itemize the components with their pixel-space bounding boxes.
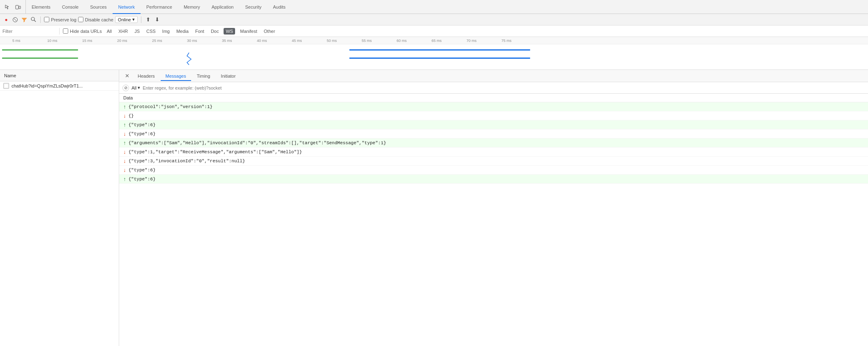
message-type-value: All — [132, 85, 136, 90]
tick-40ms: 40 ms — [257, 39, 267, 43]
tab-audits[interactable]: Audits — [267, 0, 291, 14]
message-row-8[interactable]: ↑ {"type":6} — [119, 175, 868, 184]
messages-filter-bar: ⊘ All ▾ — [119, 82, 868, 94]
message-row-6[interactable]: ↓ {"type":3,"invocationId":"0","result":… — [119, 157, 868, 166]
tab-performance[interactable]: Performance — [141, 0, 178, 14]
message-row-1[interactable]: ↓ {} — [119, 111, 868, 120]
timeline-chart[interactable] — [0, 44, 868, 69]
arrow-down-icon-7: ↓ — [123, 167, 126, 173]
tab-initiator[interactable]: Initiator — [216, 72, 240, 81]
tick-30ms: 30 ms — [187, 39, 197, 43]
filter-input[interactable] — [2, 29, 56, 34]
arrow-down-icon-1: ↓ — [123, 113, 126, 119]
arrow-down-icon-6: ↓ — [123, 158, 126, 164]
close-detail-button[interactable]: ✕ — [122, 72, 132, 80]
main-tabs: Elements Console Sources Network Perform… — [26, 0, 291, 14]
tab-security[interactable]: Security — [239, 0, 267, 14]
message-text-1: {} — [129, 113, 134, 118]
message-row-7[interactable]: ↓ {"type":6} — [119, 166, 868, 175]
throttle-select[interactable]: Online ▾ — [115, 16, 138, 23]
preserve-log-checkbox[interactable] — [44, 17, 49, 22]
export-button[interactable]: ⬇ — [154, 16, 161, 23]
arrow-down-icon-5: ↓ — [123, 149, 126, 155]
right-pane: ✕ Headers Messages Timing Initiator ⊘ Al… — [119, 70, 868, 346]
ws-connection-item[interactable]: chatHub?id=QspiYmZLsDwjr0rT1... — [0, 81, 119, 91]
message-type-select[interactable]: All ▾ — [132, 85, 140, 90]
tick-25ms: 25 ms — [152, 39, 162, 43]
message-filter-input[interactable] — [143, 85, 865, 90]
tick-35ms: 35 ms — [222, 39, 232, 43]
hide-data-urls-label[interactable]: Hide data URLs — [63, 28, 102, 34]
throttle-dropdown-icon: ▾ — [132, 17, 135, 22]
message-row-5[interactable]: ↓ {"type":1,"target":"ReceiveMessage","a… — [119, 148, 868, 157]
timeline-bar-green-bottom — [2, 58, 78, 59]
filter-js[interactable]: JS — [133, 28, 141, 35]
tab-elements[interactable]: Elements — [26, 0, 56, 14]
disable-cache-label[interactable]: Disable cache — [78, 17, 113, 22]
filter-css[interactable]: CSS — [145, 28, 157, 35]
tab-timing[interactable]: Timing — [192, 72, 215, 81]
tick-10ms: 10 ms — [47, 39, 58, 43]
svg-line-3 — [14, 18, 17, 21]
message-row-2[interactable]: ↑ {"type":6} — [119, 120, 868, 129]
tick-55ms: 55 ms — [362, 39, 372, 43]
preserve-log-label[interactable]: Preserve log — [44, 17, 76, 22]
separator-1 — [40, 16, 41, 23]
timeline-bar-blue-top — [349, 49, 530, 51]
filter-img[interactable]: Img — [161, 28, 171, 35]
filter-other[interactable]: Other — [262, 28, 277, 35]
message-text-7: {"type":6} — [129, 168, 156, 173]
devtools-tab-bar: Elements Console Sources Network Perform… — [0, 0, 868, 14]
message-text-8: {"type":6} — [129, 177, 156, 182]
svg-rect-6 — [4, 84, 8, 88]
filter-manifest[interactable]: Manifest — [238, 28, 259, 35]
disable-cache-checkbox[interactable] — [78, 17, 83, 22]
ws-connection-name: chatHub?id=QspiYmZLsDwjr0rT1... — [12, 83, 83, 88]
tick-65ms: 65 ms — [432, 39, 442, 43]
record-button[interactable]: ● — [2, 16, 10, 23]
tab-application[interactable]: Application — [206, 0, 240, 14]
tick-20ms: 20 ms — [117, 39, 127, 43]
inspect-icon[interactable] — [3, 3, 12, 11]
tab-sources[interactable]: Sources — [84, 0, 112, 14]
data-section-header: Data — [119, 94, 868, 102]
tab-messages[interactable]: Messages — [161, 72, 191, 81]
message-row-0[interactable]: ↑ {"protocol":"json","version":1} — [119, 102, 868, 111]
message-row-3[interactable]: ↓ {"type":6} — [119, 129, 868, 138]
message-text-5: {"type":1,"target":"ReceiveMessage","arg… — [129, 150, 302, 155]
timeline-ruler: 5 ms 10 ms 15 ms 20 ms 25 ms 30 ms 35 ms… — [0, 37, 868, 44]
filter-button[interactable] — [21, 16, 28, 23]
filter-doc[interactable]: Doc — [209, 28, 221, 35]
arrow-up-icon-4: ↑ — [123, 140, 126, 146]
tick-50ms: 50 ms — [327, 39, 337, 43]
ws-activity-indicator — [185, 53, 193, 65]
message-type-dropdown-icon: ▾ — [138, 85, 140, 90]
message-filter-icon[interactable]: ⊘ — [122, 85, 129, 91]
device-toggle-icon[interactable] — [14, 3, 22, 11]
devtools-icons — [0, 0, 26, 14]
message-row-4[interactable]: ↑ {"arguments":["Sam","Hello"],"invocati… — [119, 138, 868, 148]
filter-all[interactable]: All — [105, 28, 113, 35]
disable-cache-text: Disable cache — [85, 17, 113, 22]
tab-network[interactable]: Network — [113, 0, 141, 14]
arrow-up-icon-2: ↑ — [123, 122, 126, 128]
tab-memory[interactable]: Memory — [178, 0, 206, 14]
tab-headers[interactable]: Headers — [133, 72, 160, 81]
filter-xhr[interactable]: XHR — [117, 28, 129, 35]
tab-console[interactable]: Console — [56, 0, 84, 14]
import-button[interactable]: ⬆ — [145, 16, 152, 23]
filter-font[interactable]: Font — [194, 28, 206, 35]
filter-media[interactable]: Media — [175, 28, 190, 35]
timeline-bar-green-top — [2, 49, 78, 51]
tick-70ms: 70 ms — [466, 39, 477, 43]
search-button[interactable] — [30, 16, 37, 23]
main-split: Name chatHub?id=QspiYmZLsDwjr0rT1... ✕ H… — [0, 70, 868, 346]
clear-button[interactable] — [12, 16, 19, 23]
message-text-4: {"arguments":["Sam","Hello"],"invocation… — [129, 141, 386, 145]
data-header-text: Data — [123, 95, 133, 100]
filter-ws[interactable]: WS — [224, 28, 235, 35]
svg-rect-1 — [19, 6, 21, 9]
right-tab-bar: ✕ Headers Messages Timing Initiator — [119, 70, 868, 82]
hide-data-urls-checkbox[interactable] — [63, 28, 68, 34]
tick-45ms: 45 ms — [292, 39, 302, 43]
